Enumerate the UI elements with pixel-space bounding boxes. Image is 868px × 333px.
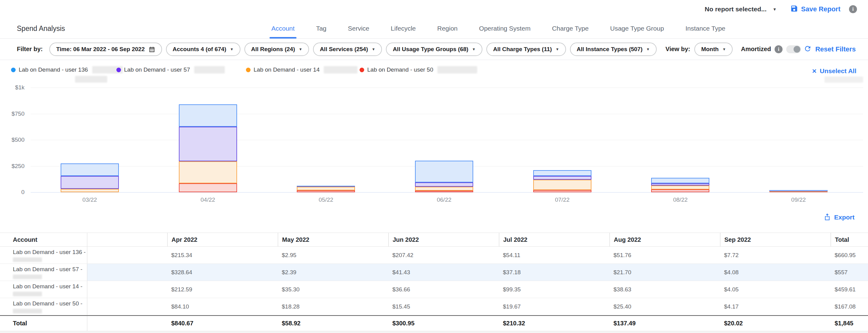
- x-axis-label-08-22: 08/22: [659, 197, 702, 203]
- x-axis-label-07-22: 07/22: [541, 197, 584, 203]
- time-filter-pill[interactable]: Time: 06 Mar 2022 - 06 Sep 2022: [49, 42, 162, 56]
- bar-segment-lab-on-demand-user-57-06-22[interactable]: [415, 182, 473, 187]
- page-title: Spend Analysis: [17, 24, 65, 32]
- gridline-0: [31, 192, 863, 193]
- filter-pill-all-usage-type-groups-68[interactable]: All Usage Type Groups (68)▼: [386, 42, 483, 56]
- account-cell: Lab on Demand - user 136 -: [0, 247, 87, 264]
- filter-pill-all-services-254[interactable]: All Services (254)▼: [313, 42, 382, 56]
- tab-region[interactable]: Region: [435, 19, 459, 38]
- amortized-info-icon[interactable]: i: [775, 45, 782, 53]
- bar-segment-lab-on-demand-user-136-05-22[interactable]: [297, 186, 355, 187]
- tab-operating-system[interactable]: Operating System: [477, 19, 532, 38]
- amortized-toggle[interactable]: [786, 45, 801, 53]
- value-cell-total: $660.95: [831, 247, 868, 264]
- x-axis-label-03-22: 03/22: [68, 197, 111, 203]
- filter-pill-accounts-4-of-674[interactable]: Accounts 4 (of 674)▼: [166, 42, 241, 56]
- value-cell-jun-2022: $36.66: [389, 281, 499, 298]
- table-row-lab-on-demand-user-50[interactable]: Lab on Demand - user 50 -$84.10$18.28$15…: [0, 298, 868, 315]
- table-row-lab-on-demand-user-57[interactable]: Lab on Demand - user 57 -$328.64$2.39$41…: [0, 264, 868, 281]
- bar-segment-lab-on-demand-user-50-05-22[interactable]: [297, 190, 355, 192]
- bar-segment-lab-on-demand-user-57-03-22[interactable]: [61, 176, 119, 189]
- tab-charge-type[interactable]: Charge Type: [550, 19, 590, 38]
- value-cell-jul-2022: $37.18: [499, 264, 610, 281]
- tabs: AccountTagServiceLifecycleRegionOperatin…: [270, 19, 727, 38]
- filter-pill-label: All Instance Types (507): [577, 46, 643, 53]
- bar-segment-lab-on-demand-user-14-07-22[interactable]: [533, 180, 591, 190]
- bar-segment-lab-on-demand-user-57-07-22[interactable]: [533, 176, 591, 180]
- table-row-lab-on-demand-user-136[interactable]: Lab on Demand - user 136 -$215.34$2.95$2…: [0, 247, 868, 264]
- chevron-down-icon: ▼: [773, 7, 777, 11]
- value-cell-may-2022: $2.39: [278, 264, 389, 281]
- bar-segment-lab-on-demand-user-14-03-22[interactable]: [61, 189, 119, 192]
- filter-pill-all-instance-types-507[interactable]: All Instance Types (507)▼: [570, 42, 657, 56]
- tab-account[interactable]: Account: [270, 19, 297, 38]
- chevron-down-icon: ▼: [722, 47, 726, 51]
- bar-segment-lab-on-demand-user-14-05-22[interactable]: [297, 187, 355, 190]
- bar-segment-lab-on-demand-user-57-04-22[interactable]: [179, 127, 237, 161]
- column-header-total: Total: [831, 233, 868, 246]
- header-spacer: [87, 233, 167, 246]
- y-axis-label: 0: [0, 189, 25, 196]
- bar-segment-lab-on-demand-user-136-07-22[interactable]: [533, 170, 591, 176]
- y-axis-label: $500: [0, 136, 25, 143]
- tab-usage-type-group[interactable]: Usage Type Group: [608, 19, 666, 38]
- bar-segment-lab-on-demand-user-14-06-22[interactable]: [415, 187, 473, 191]
- bar-segment-lab-on-demand-user-136-03-22[interactable]: [61, 163, 119, 176]
- view-by-dropdown[interactable]: Month ▼: [694, 42, 733, 56]
- bottom-edge: [0, 331, 868, 333]
- spend-analysis-page: No report selected... ▼ Save Report i Sp…: [0, 0, 868, 333]
- filter-by-label: Filter by:: [17, 45, 42, 53]
- bar-segment-lab-on-demand-user-50-07-22[interactable]: [533, 190, 591, 192]
- export-button[interactable]: Export: [824, 213, 855, 222]
- account-name: Lab on Demand - user 14 -: [13, 284, 87, 290]
- legend-dot: [246, 68, 251, 72]
- legend-item-lab-on-demand-user-136[interactable]: Lab on Demand - user 136: [11, 66, 123, 73]
- filter-pill-label: Accounts 4 (of 674): [173, 46, 226, 53]
- bar-segment-lab-on-demand-user-50-08-22[interactable]: [651, 190, 709, 192]
- value-cell-jun-2022: $15.45: [389, 298, 499, 315]
- bar-segment-lab-on-demand-user-136-09-22[interactable]: [769, 190, 828, 191]
- unselect-all-button[interactable]: ✕ Unselect All: [812, 67, 856, 75]
- report-selector-dropdown[interactable]: No report selected... ▼: [705, 5, 777, 13]
- tab-lifecycle[interactable]: Lifecycle: [389, 19, 418, 38]
- table-row-lab-on-demand-user-14[interactable]: Lab on Demand - user 14 -$212.59$35.30$3…: [0, 281, 868, 298]
- chevron-down-icon: ▼: [556, 47, 559, 51]
- column-header-apr-2022: Apr 2022: [167, 233, 278, 246]
- save-report-button[interactable]: Save Report: [790, 5, 840, 14]
- tab-instance-type[interactable]: Instance Type: [684, 19, 727, 38]
- filter-bar: Filter by: Time: 06 Mar 2022 - 06 Sep 20…: [0, 39, 868, 60]
- bar-segment-lab-on-demand-user-136-08-22[interactable]: [651, 178, 709, 183]
- bar-segment-lab-on-demand-user-136-04-22[interactable]: [179, 104, 237, 127]
- bar-segment-lab-on-demand-user-14-08-22[interactable]: [651, 186, 709, 190]
- value-cell-total: $459.61: [831, 281, 868, 298]
- total-value-cell-total: $1,845: [831, 316, 868, 331]
- amortized-label: Amortized: [741, 45, 771, 53]
- bar-segment-lab-on-demand-user-50-06-22[interactable]: [415, 191, 473, 192]
- spacer-cell: [87, 281, 167, 298]
- value-cell-may-2022: $2.95: [278, 247, 389, 264]
- y-axis-label: $750: [0, 110, 25, 117]
- toggle-knob: [794, 46, 800, 53]
- legend-item-lab-on-demand-user-14[interactable]: Lab on Demand - user 14: [246, 66, 358, 73]
- value-cell-apr-2022: $215.34: [167, 247, 278, 264]
- total-value-cell-jul-2022: $210.32: [499, 316, 610, 331]
- filter-pill-all-charge-types-11[interactable]: All Charge Types (11)▼: [486, 42, 566, 56]
- bar-segment-lab-on-demand-user-50-04-22[interactable]: [179, 183, 237, 192]
- x-axis-label-06-22: 06/22: [423, 197, 466, 203]
- time-filter-value: Time: 06 Mar 2022 - 06 Sep 2022: [56, 46, 145, 53]
- legend-item-lab-on-demand-user-50[interactable]: Lab on Demand - user 50: [360, 66, 477, 73]
- bar-segment-lab-on-demand-user-136-06-22[interactable]: [415, 161, 473, 182]
- value-cell-total: $167.08: [831, 298, 868, 315]
- bar-segment-lab-on-demand-user-14-04-22[interactable]: [179, 161, 237, 184]
- info-icon[interactable]: i: [849, 5, 857, 13]
- filter-pill-all-regions-24[interactable]: All Regions (24)▼: [244, 42, 309, 56]
- bar-segment-lab-on-demand-user-57-08-22[interactable]: [651, 183, 709, 186]
- value-cell-apr-2022: $84.10: [167, 298, 278, 315]
- reset-filters-button[interactable]: Reset Filters: [804, 45, 856, 54]
- close-icon: ✕: [812, 68, 817, 75]
- x-axis-label-04-22: 04/22: [187, 197, 229, 203]
- tab-tag[interactable]: Tag: [314, 19, 328, 38]
- value-cell-apr-2022: $212.59: [167, 281, 278, 298]
- tab-service[interactable]: Service: [346, 19, 371, 38]
- legend-item-lab-on-demand-user-57[interactable]: Lab on Demand - user 57: [116, 66, 225, 73]
